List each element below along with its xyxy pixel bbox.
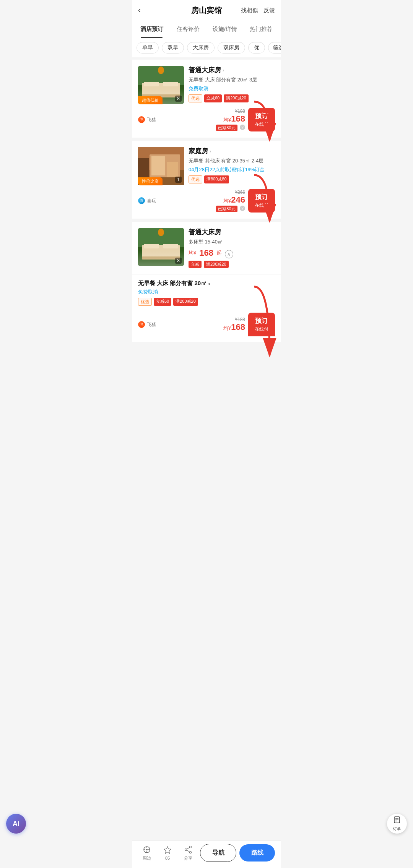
filter-bar: 单早 双早 大床房 双床房 优 筛选 ▾ [132,38,281,60]
svg-point-22 [158,229,164,236]
discount-text-1: 已减80元 [216,125,237,131]
sub-price-current: 168 [231,322,245,332]
book-button-1[interactable]: 预订 在线付 [248,108,275,131]
svg-rect-4 [163,82,178,86]
value-badge-2: 性价比高 [138,177,163,185]
sub-book-sub: 在线付 [254,326,270,333]
room-expand-info-3: 普通大床房 多床型 15-40㎡ 均¥ 168 起 ∧ 立减 满200减20 [189,228,275,268]
room-cancel-2: 04月28日22点前取消扣订19%订金 [189,166,275,173]
room-desc-1: 无早餐 大床 部分有窗 20㎡ 3层 [189,76,275,83]
sub-provider-name: 飞猪 [147,321,156,328]
price-info-2: ¥266 均¥246 已减80元 ? [216,190,245,212]
room-name-arrow-2: › [210,148,211,154]
room-name-arrow-1: › [223,67,224,73]
room-info-1: 普通大床房 › 无早餐 大床 部分有窗 20㎡ 3层 免费取消 优选 立减60 … [189,66,275,104]
tab-reviews[interactable]: 住客评价 [170,21,207,38]
sub-current-price-row: 均¥168 [223,322,245,332]
page-title: 房山宾馆 [191,5,222,16]
filter-large-bed[interactable]: 大床房 [187,42,215,54]
sub-book-button[interactable]: 预订 在线付 [248,313,275,336]
sub-tag-discount1: 立减60 [154,298,171,306]
tab-popular[interactable]: 热门推荐 [243,21,280,38]
sub-provider-info: 飞 飞猪 [138,321,156,328]
help-icon-2[interactable]: ? [240,206,245,211]
help-icon-1[interactable]: ? [240,125,245,130]
sub-option-row: 无早餐 大床 部分有窗 20㎡ › 免费取消 优选 立减60 满200减20 飞… [132,274,281,342]
price-book-2: ¥266 均¥246 已减80元 ? 预订 在线付 [216,189,275,213]
provider-name-1: 飞猪 [147,117,156,123]
sub-option-title[interactable]: 无早餐 大床 部分有窗 20㎡ › [138,280,275,287]
room-img-count-1: 8 [175,96,182,102]
collapse-button[interactable]: ∧ [225,250,233,258]
header-actions: 找相似 反馈 [241,7,275,14]
filter-single-breakfast[interactable]: 单早 [137,42,159,54]
room-tag-discount1-2: 满800减80 [204,175,229,183]
room-name-2[interactable]: 家庭房 [189,147,208,156]
svg-rect-20 [163,244,178,248]
header: ‹ 房山宾馆 找相似 反馈 [132,0,281,21]
room-image-wrap-1: 8 超值低价 [138,66,184,104]
room-img-count-2: 1 [175,177,182,183]
book-sub-1: 在线付 [254,121,270,128]
provider-info-2: 喜 喜玩 [138,197,156,204]
room-tag-youxuan-2: 优选 [189,175,202,183]
discount-text-2: 已减80元 [216,206,237,212]
discount-row-2: 已减80元 ? [216,205,245,212]
sub-provider-icon: 飞 [138,321,145,328]
room-card-1: 8 超值低价 普通大床房 › 无早餐 大床 部分有窗 20㎡ 3层 免费取消 优… [132,60,281,138]
book-button-2[interactable]: 预订 在线付 [248,189,275,213]
discount-row-1: 已减80元 ? [216,124,245,131]
current-price-row-2: 均¥246 [216,195,245,205]
room-name-row-1: 普通大床房 › [189,66,275,75]
filter-double-breakfast[interactable]: 双早 [162,42,184,54]
filter-twin-bed[interactable]: 双床房 [218,42,245,54]
room-name-row-3: 普通大床房 [189,228,275,237]
book-sub-2: 在线付 [254,202,270,209]
room-desc-3: 多床型 15-40㎡ [189,238,275,245]
price-current-2: 246 [231,195,245,204]
price-info-1: ¥188 均¥168 已减80元 ? [216,109,245,131]
sub-tag-discount2: 满200减20 [173,298,198,306]
filter-other[interactable]: 优 [248,42,265,54]
content-area: 8 超值低价 普通大床房 › 无早餐 大床 部分有窗 20㎡ 3层 免费取消 优… [132,60,281,375]
price-row-2: 喜 喜玩 ¥266 均¥246 已减80元 ? 预订 在线付 [138,189,275,213]
room-image-wrap-2: 1 性价比高 [138,147,184,185]
provider-info-1: 飞 飞猪 [138,116,156,123]
filter-dropdown-button[interactable]: 筛选 ▾ [268,42,281,54]
sub-price-info: ¥188 均¥168 [223,317,245,332]
room-cancel-1: 免费取消 [189,85,275,92]
sub-tag-youxuan: 优选 [138,298,152,306]
value-badge-1: 超值低价 [138,96,163,104]
tag-full-discount: 满200减20 [204,261,229,268]
price-row-1: 飞 飞猪 ¥188 均¥168 已减80元 ? 预订 在线付 [138,108,275,131]
room-img-count-3: 8 [175,258,182,264]
sub-option-arrow: › [208,280,210,287]
room-info-2: 家庭房 › 无早餐 其他床 有窗 20-35㎡ 2-4层 04月28日22点前取… [189,147,275,185]
tab-hotel-booking[interactable]: 酒店预订 [133,21,170,38]
provider-name-2: 喜玩 [147,198,156,204]
sub-price-prefix: 均¥ [223,325,231,331]
room-card-header-3: 8 普通大床房 多床型 15-40㎡ 均¥ 168 起 ∧ 立减 满200减20 [132,222,281,274]
room-name-3[interactable]: 普通大床房 [189,228,221,237]
room-card-3: 8 普通大床房 多床型 15-40㎡ 均¥ 168 起 ∧ 立减 满200减20… [132,222,281,342]
svg-rect-12 [151,156,165,175]
svg-rect-21 [142,256,180,260]
svg-rect-19 [144,244,159,248]
current-price-row-1: 均¥168 [216,114,245,124]
sub-price-row: 飞 飞猪 ¥188 均¥168 预订 在线付 [138,313,275,336]
room-expand-price-row: 均¥ 168 起 ∧ [189,248,275,258]
provider-icon-2: 喜 [138,197,145,204]
room-tag-discount1-1: 立减60 [204,94,222,102]
find-similar-button[interactable]: 找相似 [241,7,258,14]
feedback-button[interactable]: 反馈 [263,7,275,14]
provider-icon-1: 飞 [138,116,145,123]
tag-lijian: 立减 [189,261,202,268]
price-current-1: 168 [231,114,245,123]
sub-option-tags: 优选 立减60 满200减20 [138,298,198,306]
tab-facilities[interactable]: 设施/详情 [206,21,243,38]
book-label-1: 预订 [254,112,270,120]
back-button[interactable]: ‹ [138,5,141,15]
room-tags-2: 优选 满800减80 [189,175,275,183]
room-name-1[interactable]: 普通大床房 [189,66,221,75]
room-tag-discount2-1: 满200减20 [224,94,249,102]
